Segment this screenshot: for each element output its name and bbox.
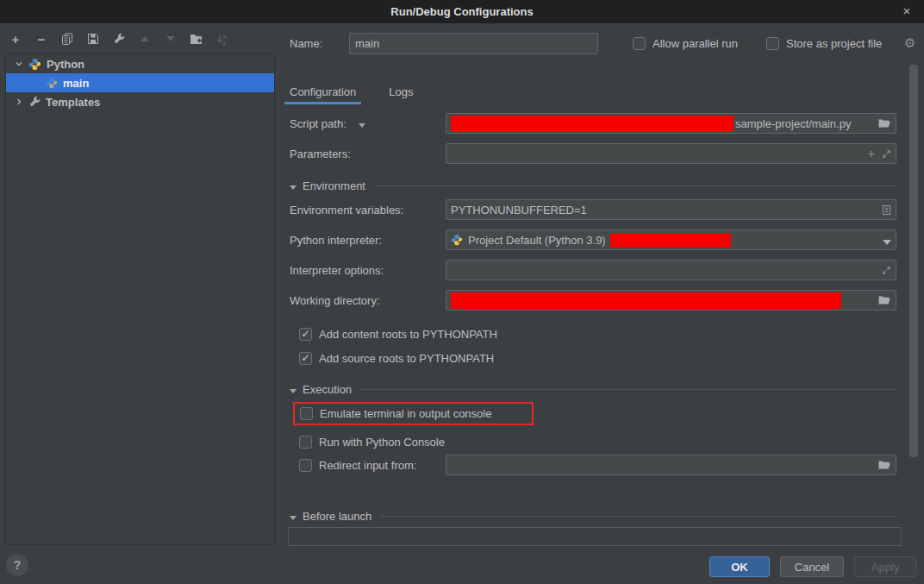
store-as-project-file-label: Store as project file bbox=[786, 37, 882, 50]
environment-variables-label: Environment variables: bbox=[290, 204, 440, 217]
checkbox[interactable] bbox=[299, 459, 312, 472]
add-icon[interactable]: + bbox=[868, 147, 875, 160]
environment-variables-row: Environment variables: bbox=[290, 199, 440, 220]
interpreter-options-label: Interpreter options: bbox=[290, 264, 440, 277]
python-interpreter-row: Python interpreter: bbox=[290, 229, 440, 250]
section-label: Execution bbox=[303, 383, 352, 396]
section-divider bbox=[381, 516, 896, 517]
script-path-value: sample-project/main.py bbox=[735, 117, 851, 130]
cancel-button[interactable]: Cancel bbox=[780, 556, 844, 577]
working-directory-field[interactable] bbox=[446, 290, 896, 311]
allow-parallel-run-label: Allow parallel run bbox=[652, 37, 738, 50]
configurations-toolbar: + − az bbox=[9, 32, 229, 46]
sidebar-item-templates[interactable]: Templates bbox=[6, 92, 274, 111]
redaction-overlay bbox=[451, 116, 734, 132]
tab-label: Logs bbox=[389, 85, 413, 98]
checkbox[interactable] bbox=[299, 352, 312, 365]
tab-logs[interactable]: Logs bbox=[384, 79, 418, 104]
run-debug-configurations-dialog: Run/Debug Configurations × + − az bbox=[0, 0, 924, 584]
add-source-roots-checkbox[interactable]: Add source roots to PYTHONPATH bbox=[299, 348, 494, 368]
tab-label: Configuration bbox=[290, 85, 356, 98]
section-label: Environment bbox=[303, 179, 365, 192]
environment-section-header[interactable]: Environment bbox=[290, 178, 896, 193]
wrench-icon bbox=[28, 96, 41, 108]
redirect-input-label: Redirect input from: bbox=[319, 459, 416, 472]
name-input[interactable] bbox=[349, 33, 598, 54]
move-up-icon[interactable] bbox=[138, 32, 152, 46]
svg-text:a: a bbox=[223, 34, 227, 40]
checkbox[interactable] bbox=[299, 436, 312, 449]
python-icon bbox=[451, 234, 463, 246]
emulate-terminal-highlight: Emulate terminal in output console bbox=[293, 402, 534, 425]
save-icon[interactable] bbox=[86, 32, 100, 46]
tab-configuration[interactable]: Configuration bbox=[284, 79, 361, 104]
copy-icon[interactable] bbox=[60, 32, 74, 46]
remove-icon[interactable]: − bbox=[34, 32, 48, 46]
add-content-roots-checkbox[interactable]: Add content roots to PYTHONPATH bbox=[299, 323, 497, 344]
edit-list-icon[interactable] bbox=[882, 204, 891, 216]
help-button[interactable]: ? bbox=[6, 554, 28, 576]
sidebar-item-main[interactable]: main bbox=[6, 73, 274, 92]
parameters-label: Parameters: bbox=[290, 148, 440, 160]
interpreter-options-field[interactable] bbox=[446, 260, 896, 280]
parameters-row: Parameters: bbox=[290, 143, 440, 164]
add-content-roots-label: Add content roots to PYTHONPATH bbox=[319, 328, 497, 341]
redirect-input-field[interactable] bbox=[446, 455, 896, 475]
add-icon[interactable]: + bbox=[9, 32, 22, 46]
checkbox[interactable] bbox=[299, 328, 312, 341]
parameters-field[interactable]: + bbox=[446, 143, 896, 164]
apply-button[interactable]: Apply bbox=[854, 556, 916, 577]
configurations-tree: Python main Templates bbox=[5, 53, 275, 545]
browse-folder-icon[interactable] bbox=[877, 295, 891, 305]
ok-button[interactable]: OK bbox=[709, 556, 770, 577]
browse-folder-icon[interactable] bbox=[877, 460, 891, 470]
interpreter-options-row: Interpreter options: bbox=[290, 260, 440, 280]
chevron-down-icon[interactable] bbox=[359, 123, 365, 128]
sidebar-item-python[interactable]: Python bbox=[6, 54, 274, 73]
store-as-project-file-checkbox[interactable]: Store as project file bbox=[766, 37, 882, 50]
environment-variables-value: PYTHONUNBUFFERED=1 bbox=[451, 204, 587, 217]
emulate-terminal-checkbox[interactable]: Emulate terminal in output console bbox=[300, 407, 491, 420]
chevron-down-icon[interactable] bbox=[13, 58, 25, 70]
svg-text:z: z bbox=[223, 40, 227, 46]
expand-icon[interactable] bbox=[882, 266, 891, 275]
checkbox[interactable] bbox=[300, 407, 313, 420]
python-icon bbox=[46, 77, 58, 89]
section-divider bbox=[361, 389, 896, 390]
python-icon bbox=[28, 58, 41, 71]
edit-templates-icon[interactable] bbox=[112, 32, 126, 46]
checkbox[interactable] bbox=[633, 37, 646, 50]
run-with-python-console-checkbox[interactable]: Run with Python Console bbox=[299, 431, 445, 452]
before-launch-task-list[interactable] bbox=[288, 527, 902, 546]
sort-alphabetically-icon[interactable]: az bbox=[215, 32, 229, 46]
redaction-overlay bbox=[451, 292, 841, 309]
collapse-arrow-icon[interactable] bbox=[290, 389, 297, 393]
chevron-right-icon[interactable] bbox=[13, 96, 25, 108]
move-down-icon[interactable] bbox=[164, 32, 178, 46]
script-path-field[interactable]: sample-project/main.py bbox=[446, 113, 896, 134]
script-path-label: Script path: bbox=[290, 117, 440, 130]
run-with-python-console-label: Run with Python Console bbox=[319, 436, 445, 449]
execution-section-header[interactable]: Execution bbox=[290, 381, 896, 397]
gear-icon[interactable]: ⚙ bbox=[904, 35, 915, 51]
vertical-scrollbar-thumb[interactable] bbox=[909, 65, 918, 457]
add-source-roots-label: Add source roots to PYTHONPATH bbox=[319, 352, 494, 365]
collapse-arrow-icon[interactable] bbox=[290, 516, 297, 520]
environment-variables-field[interactable]: PYTHONUNBUFFERED=1 bbox=[446, 199, 896, 220]
python-interpreter-combobox[interactable]: Project Default (Python 3.9) bbox=[446, 229, 896, 250]
python-interpreter-label: Python interpreter: bbox=[290, 234, 440, 247]
browse-folder-icon[interactable] bbox=[877, 118, 891, 129]
redirect-input-checkbox[interactable]: Redirect input from: bbox=[299, 455, 416, 475]
editor-tabs: Configuration Logs bbox=[284, 79, 906, 104]
collapse-arrow-icon[interactable] bbox=[290, 185, 297, 190]
dropdown-arrow-icon[interactable] bbox=[883, 240, 891, 245]
section-divider bbox=[375, 185, 896, 186]
allow-parallel-run-checkbox[interactable]: Allow parallel run bbox=[633, 37, 738, 50]
new-folder-icon[interactable] bbox=[190, 32, 203, 46]
name-row: Name: Allow parallel run Store as projec… bbox=[290, 33, 924, 53]
expand-icon[interactable] bbox=[882, 149, 891, 159]
section-label: Before launch bbox=[303, 510, 371, 523]
configuration-editor: Name: Allow parallel run Store as projec… bbox=[284, 0, 924, 584]
before-launch-section-header[interactable]: Before launch bbox=[290, 508, 896, 524]
checkbox[interactable] bbox=[766, 37, 779, 50]
